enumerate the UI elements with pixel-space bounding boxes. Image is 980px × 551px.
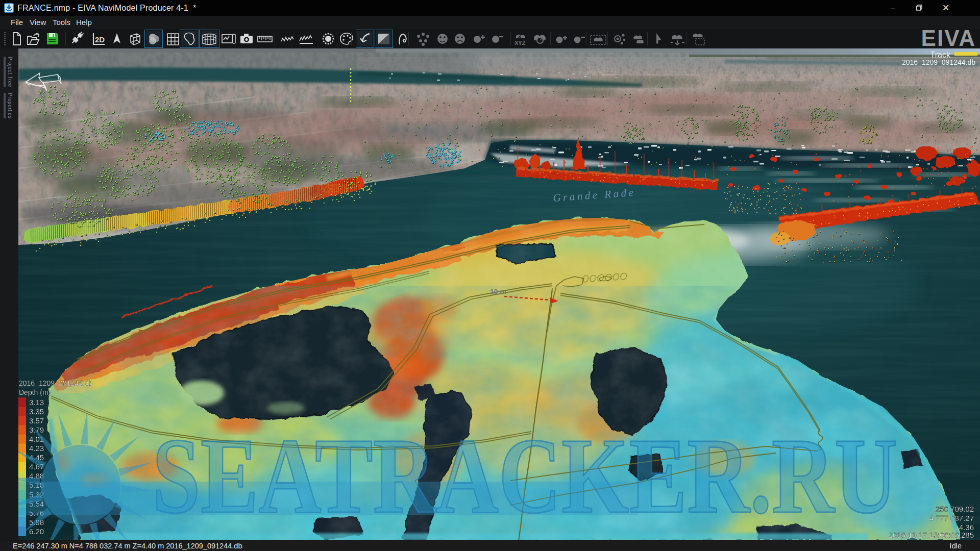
svg-text:2016_1209_091244.db: 2016_1209_091244.db	[902, 58, 975, 66]
svg-text:4.23: 4.23	[29, 444, 44, 453]
svg-text:SEATRACKER.RU: SEATRACKER.RU	[152, 416, 897, 536]
svg-text:2016_1209_091244.db: 2016_1209_091244.db	[19, 379, 92, 387]
svg-text:4 777 087.27: 4 777 087.27	[929, 514, 974, 522]
svg-text:XYZ: XYZ	[514, 40, 526, 46]
svg-text:10 m: 10 m	[490, 288, 506, 296]
svg-text:3.57: 3.57	[29, 416, 44, 425]
svg-text:2D: 2D	[95, 35, 105, 44]
svg-text:250 709.02: 250 709.02	[936, 505, 974, 513]
svg-text:Depth (m): Depth (m)	[19, 388, 51, 396]
svg-text:3.35: 3.35	[29, 407, 44, 416]
svg-text:6.20: 6.20	[29, 527, 44, 536]
svg-text:3.13: 3.13	[29, 398, 44, 407]
svg-text:2016-11-17 15:06:06.285: 2016-11-17 15:06:06.285	[889, 531, 974, 539]
